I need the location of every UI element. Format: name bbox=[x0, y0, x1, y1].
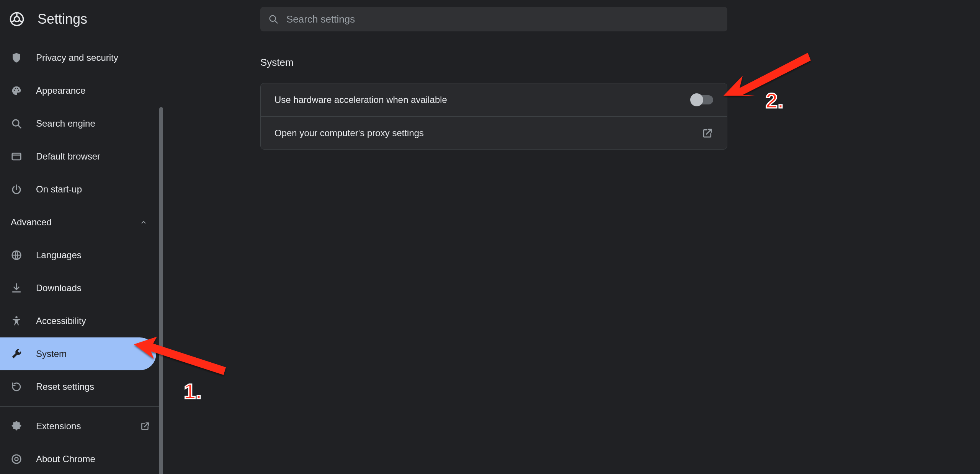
svg-line-3 bbox=[275, 21, 278, 23]
svg-rect-10 bbox=[12, 153, 21, 160]
svg-point-13 bbox=[15, 316, 18, 319]
chevron-up-icon bbox=[140, 219, 147, 226]
toggle-hardware-accel[interactable] bbox=[691, 95, 713, 104]
sidebar-item-label: Accessibility bbox=[36, 316, 86, 326]
search-icon bbox=[268, 14, 279, 24]
toggle-knob bbox=[690, 93, 703, 106]
sidebar-item-search-engine[interactable]: Search engine bbox=[0, 107, 161, 140]
search-input[interactable] bbox=[286, 13, 720, 25]
restore-icon bbox=[10, 380, 23, 393]
sidebar-item-label: Languages bbox=[36, 250, 82, 261]
external-link-icon bbox=[702, 127, 713, 139]
sidebar-item-label: Privacy and security bbox=[36, 52, 118, 63]
sidebar-item-extensions[interactable]: Extensions bbox=[0, 410, 161, 443]
sidebar-item-accessibility[interactable]: Accessibility bbox=[0, 305, 161, 337]
svg-point-4 bbox=[14, 90, 15, 91]
svg-point-14 bbox=[12, 455, 21, 464]
sidebar-item-label: Search engine bbox=[36, 118, 95, 129]
sidebar-item-label: Appearance bbox=[36, 85, 85, 96]
page-title: Settings bbox=[38, 11, 87, 27]
search-icon bbox=[10, 117, 23, 130]
sidebar-item-label: Default browser bbox=[36, 151, 100, 162]
external-link-icon bbox=[140, 421, 150, 431]
settings-card: Use hardware acceleration when available… bbox=[260, 83, 727, 150]
sidebar-item-downloads[interactable]: Downloads bbox=[0, 272, 161, 305]
wrench-icon bbox=[10, 347, 23, 360]
puzzle-icon bbox=[10, 420, 23, 433]
section-title: System bbox=[260, 57, 980, 68]
download-icon bbox=[10, 282, 23, 295]
browser-icon bbox=[10, 150, 23, 163]
sidebar-item-system[interactable]: System bbox=[0, 337, 156, 370]
sidebar-item-on-startup[interactable]: On start-up bbox=[0, 173, 161, 206]
sidebar-item-languages[interactable]: Languages bbox=[0, 239, 161, 272]
setting-row-hardware-accel[interactable]: Use hardware acceleration when available bbox=[261, 83, 727, 116]
sidebar-item-privacy[interactable]: Privacy and security bbox=[0, 41, 161, 74]
globe-icon bbox=[10, 249, 23, 262]
sidebar-item-default-browser[interactable]: Default browser bbox=[0, 140, 161, 173]
svg-point-7 bbox=[18, 90, 19, 91]
svg-point-15 bbox=[15, 458, 18, 461]
sidebar-item-about[interactable]: About Chrome bbox=[0, 443, 161, 474]
palette-icon bbox=[10, 84, 23, 97]
setting-label: Open your computer's proxy settings bbox=[274, 128, 424, 138]
sidebar-item-label: On start-up bbox=[36, 184, 82, 195]
sidebar-item-label: About Chrome bbox=[36, 454, 95, 464]
sidebar-item-label: System bbox=[36, 349, 67, 359]
main-content: System Use hardware acceleration when av… bbox=[161, 38, 980, 474]
svg-line-9 bbox=[18, 125, 21, 128]
power-icon bbox=[10, 183, 23, 196]
accessibility-icon bbox=[10, 314, 23, 327]
svg-point-6 bbox=[17, 88, 18, 89]
search-settings-field[interactable] bbox=[260, 7, 727, 31]
sidebar-item-label: Extensions bbox=[36, 421, 81, 432]
svg-point-1 bbox=[14, 16, 19, 21]
svg-point-8 bbox=[13, 120, 19, 126]
sidebar-item-label: Downloads bbox=[36, 283, 82, 293]
sidebar-section-advanced[interactable]: Advanced bbox=[0, 206, 161, 239]
svg-point-5 bbox=[15, 88, 16, 89]
sidebar-item-reset[interactable]: Reset settings bbox=[0, 370, 161, 403]
setting-label: Use hardware acceleration when available bbox=[274, 94, 447, 105]
chrome-icon bbox=[10, 453, 23, 466]
sidebar-item-appearance[interactable]: Appearance bbox=[0, 74, 161, 107]
sidebar-item-label: Reset settings bbox=[36, 381, 94, 392]
sidebar-separator bbox=[0, 406, 161, 407]
svg-point-2 bbox=[270, 16, 276, 21]
app-header: Settings bbox=[0, 0, 980, 38]
sidebar-section-label: Advanced bbox=[11, 217, 52, 228]
shield-icon bbox=[10, 51, 23, 64]
setting-row-proxy[interactable]: Open your computer's proxy settings bbox=[261, 116, 727, 149]
chrome-logo-icon bbox=[8, 11, 25, 28]
sidebar: Privacy and security Appearance Search e… bbox=[0, 38, 161, 474]
